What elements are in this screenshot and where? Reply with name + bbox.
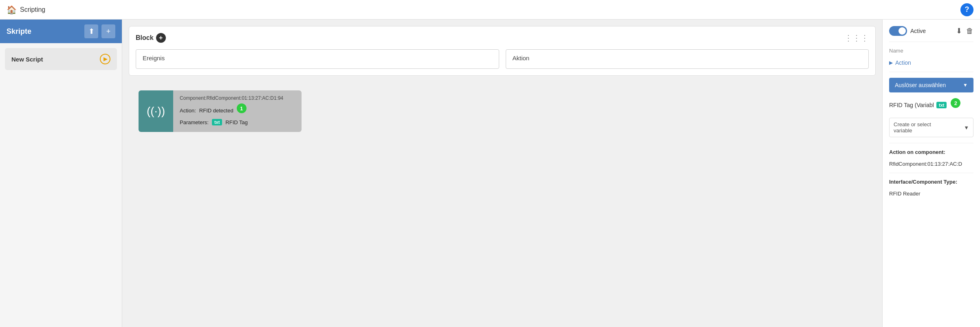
sidebar-header-actions: ⬆ + <box>84 24 115 38</box>
center-panel: Block + ⋮⋮⋮ Ereignis Aktion ((·)) Compon… <box>122 20 882 327</box>
upload-button[interactable]: ⬆ <box>84 24 98 38</box>
script-item[interactable]: New Script ▶ <box>5 48 117 70</box>
chevron-right-icon: ▶ <box>889 60 893 66</box>
block-label: Block <box>136 34 154 42</box>
grid-icon[interactable]: ⋮⋮⋮ <box>844 33 869 43</box>
interface-value: RFID Reader <box>889 191 973 197</box>
rfid-tag-label: RFID Tag (Variabl <box>889 102 934 108</box>
divider-2 <box>889 72 973 72</box>
divider-1 <box>889 42 973 42</box>
active-toggle[interactable] <box>889 26 907 36</box>
home-icon[interactable]: 🏠 <box>7 5 17 15</box>
block-title: Block + <box>136 33 166 43</box>
event-card-icon-area: ((·)) <box>139 90 173 132</box>
main-layout: Skripte ⬆ + New Script ▶ Block + ⋮⋮⋮ <box>0 20 980 327</box>
topbar: 🏠 Scripting ? <box>0 0 980 20</box>
right-panel: Active ⬇ 🗑 Name ▶ Action Auslöser auswäh… <box>882 20 980 327</box>
action-label: Action: <box>180 108 196 114</box>
select-chevron: ▼ <box>964 125 969 131</box>
auslöser-chevron: ▼ <box>963 82 968 88</box>
add-script-button[interactable]: + <box>101 24 115 38</box>
interface-label: Interface/Component Type: <box>889 179 973 185</box>
rfid-txt-badge: txt <box>936 102 947 108</box>
name-label: Name <box>889 48 973 54</box>
topbar-left: 🏠 Scripting <box>7 5 45 15</box>
toggle-active: Active <box>889 26 926 36</box>
select-placeholder: Create or select variable <box>894 121 931 134</box>
select-variable[interactable]: Create or select variable ▼ <box>889 118 973 137</box>
topbar-title: Scripting <box>20 6 45 13</box>
sidebar: Skripte ⬆ + New Script ▶ <box>0 20 122 327</box>
play-button[interactable]: ▶ <box>100 54 110 64</box>
action-label: Action <box>895 59 911 66</box>
rfid-icon: ((·)) <box>147 105 165 118</box>
ereignis-column: Ereignis <box>136 49 499 69</box>
action-row: Action: RFID detected 1 <box>180 103 295 117</box>
action-on-component-value: RfidComponent:01:13:27:AC:D <box>889 161 973 167</box>
block-columns: Ereignis Aktion <box>136 49 869 69</box>
rfid-tag-row: RFID Tag (Variabl txt 2 <box>889 98 973 112</box>
block-container: Block + ⋮⋮⋮ Ereignis Aktion <box>129 26 876 76</box>
auslöser-button[interactable]: Auslöser auswählen ▼ <box>889 78 973 92</box>
sidebar-header: Skripte ⬆ + <box>0 20 122 43</box>
aktion-column: Aktion <box>506 49 869 69</box>
event-card[interactable]: ((·)) Component:RfidComponent:01:13:27:A… <box>139 90 302 132</box>
events-area: ((·)) Component:RfidComponent:01:13:27:A… <box>129 81 876 170</box>
sidebar-title: Skripte <box>7 27 31 36</box>
params-value: RFID Tag <box>225 119 248 125</box>
script-name: New Script <box>11 56 43 63</box>
right-panel-top: Active ⬇ 🗑 <box>889 26 973 36</box>
block-header: Block + ⋮⋮⋮ <box>136 33 869 43</box>
play-icon: ▶ <box>104 56 107 62</box>
divider-4 <box>889 173 973 173</box>
badge-1: 1 <box>237 103 247 113</box>
event-card-content: Component:RfidComponent:01:13:27:AC:D1:9… <box>173 90 302 132</box>
badge-2: 2 <box>951 98 960 108</box>
params-row: Parameters: txt RFID Tag <box>180 119 295 125</box>
component-name: Component:RfidComponent:01:13:27:AC:D1:9… <box>180 95 295 101</box>
action-value: RFID detected <box>199 108 233 114</box>
delete-button[interactable]: 🗑 <box>966 27 973 35</box>
auslöser-label: Auslöser auswählen <box>895 82 946 88</box>
block-add-button[interactable]: + <box>156 33 166 43</box>
download-button[interactable]: ⬇ <box>956 26 962 35</box>
active-label: Active <box>910 28 926 34</box>
action-on-component-label: Action on component: <box>889 149 973 155</box>
divider-3 <box>889 143 973 143</box>
params-label: Parameters: <box>180 119 209 125</box>
params-txt-badge: txt <box>212 119 222 125</box>
right-top-icons: ⬇ 🗑 <box>956 26 973 35</box>
action-row: ▶ Action <box>889 59 973 66</box>
help-button[interactable]: ? <box>960 3 973 16</box>
